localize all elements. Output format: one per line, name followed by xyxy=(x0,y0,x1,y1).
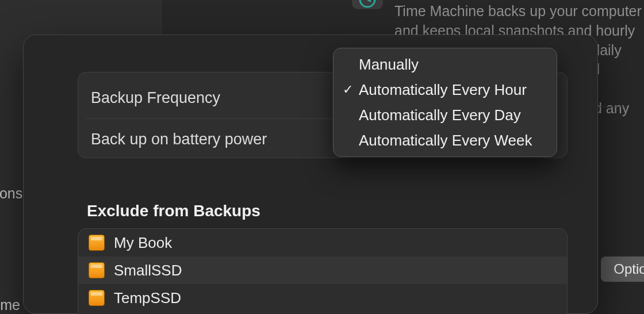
exclude-item[interactable]: My Book xyxy=(78,229,567,256)
backup-frequency-label: Backup Frequency xyxy=(91,89,220,107)
checkmark-icon: ✓ xyxy=(342,82,354,97)
exclude-item-label: SmallSSD xyxy=(114,262,182,279)
options-sheet: Backup Frequency Back up on battery powe… xyxy=(23,35,598,314)
backup-frequency-menu: Manually ✓ Automatically Every Hour Auto… xyxy=(333,48,557,157)
menu-item-manually[interactable]: Manually xyxy=(334,52,557,77)
menu-item-label: Automatically Every Day xyxy=(359,106,521,124)
exclude-heading: Exclude from Backups xyxy=(87,202,260,220)
disk-icon xyxy=(89,235,105,251)
exclude-item-label: TempSSD xyxy=(114,289,181,307)
options-button-label: Option xyxy=(614,261,644,277)
exclude-item[interactable]: SmallSSD xyxy=(78,256,567,284)
exclude-item[interactable]: TempSSD xyxy=(78,284,567,312)
menu-item-label: Manually xyxy=(359,56,419,74)
backup-on-battery-label: Back up on battery power xyxy=(91,131,267,148)
menu-item-daily[interactable]: Automatically Every Day xyxy=(334,102,557,128)
svg-point-0 xyxy=(360,0,375,7)
exclude-item-label: My Book xyxy=(114,234,172,252)
time-machine-icon xyxy=(352,0,383,9)
options-button[interactable]: Option xyxy=(601,256,644,282)
menu-item-hourly[interactable]: ✓ Automatically Every Hour xyxy=(334,77,557,102)
disk-icon xyxy=(89,290,105,306)
exclude-list[interactable]: My Book SmallSSD TempSSD xyxy=(78,228,568,314)
menu-item-weekly[interactable]: Automatically Every Week xyxy=(334,128,557,153)
menu-item-label: Automatically Every Week xyxy=(359,132,532,150)
disk-icon xyxy=(89,262,105,278)
menu-item-label: Automatically Every Hour xyxy=(359,81,527,99)
